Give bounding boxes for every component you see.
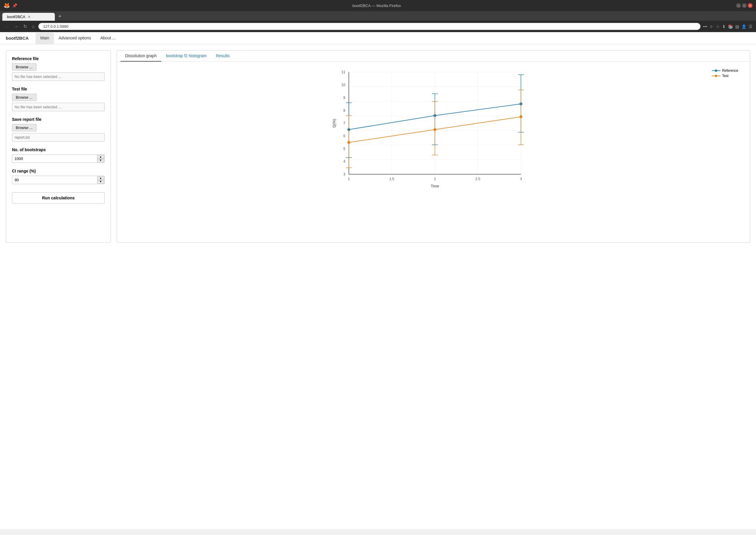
svg-point-58 (520, 115, 522, 118)
reference-file-input[interactable] (12, 72, 105, 81)
svg-text:6: 6 (343, 134, 345, 138)
menu-icon[interactable]: ☰ (749, 24, 752, 29)
download-icon[interactable]: ⬇ (722, 24, 726, 29)
library-icon[interactable]: 📚 (728, 24, 733, 29)
svg-text:9: 9 (343, 96, 345, 100)
svg-text:2: 2 (434, 177, 436, 181)
bootstraps-up-button[interactable]: ▲ (97, 155, 104, 159)
nav-icons: ••• 🜙 ☆ ⬇ 📚 ▤ 👤 ☰ (703, 24, 752, 29)
svg-text:4: 4 (343, 159, 345, 163)
test-file-input[interactable] (12, 103, 105, 111)
test-browse-button[interactable]: Browse ... (12, 94, 37, 101)
bookmark-icon[interactable]: ☆ (716, 24, 720, 29)
legend-reference: Reference (712, 69, 738, 73)
svg-text:10: 10 (341, 83, 346, 87)
panel-tabs: Dissolution graph bootstrap f2 histogram… (117, 50, 750, 62)
tab-bar: bootf2BCA ✕ + (0, 11, 756, 21)
nav-item-advanced[interactable]: Advanced options (54, 33, 96, 44)
app-content: bootf2BCA Main Advanced options About ..… (0, 32, 756, 529)
svg-text:5: 5 (343, 147, 345, 151)
tab-bootstrap-histogram[interactable]: bootstrap f2 histogram (161, 50, 211, 62)
bootstraps-input-wrap: ▲ ▼ (12, 155, 105, 163)
nav-item-about[interactable]: About ... (96, 33, 120, 44)
title-bar: 🦊 📌 bootf2BCA — Mozilla Firefox — □ ✕ (0, 0, 756, 11)
svg-text:1: 1 (348, 177, 350, 181)
save-report-input[interactable] (12, 133, 105, 142)
bootstraps-section: No. of bootstraps ▲ ▼ (12, 147, 105, 163)
ci-range-up-button[interactable]: ▲ (97, 176, 104, 180)
bootstraps-down-button[interactable]: ▼ (97, 159, 104, 162)
more-icon[interactable]: ••• (703, 24, 707, 29)
right-panel: Dissolution graph bootstrap f2 histogram… (117, 50, 750, 243)
ci-range-input-wrap: ▲ ▼ (12, 176, 105, 184)
minimize-button[interactable]: — (736, 3, 741, 8)
account-icon[interactable]: 👤 (742, 24, 746, 29)
bootstraps-spinners: ▲ ▼ (97, 155, 104, 162)
tab-results[interactable]: Results (211, 50, 234, 62)
save-report-browse-button[interactable]: Browse ... (12, 124, 37, 131)
legend-test-label: Test (722, 74, 729, 78)
svg-text:1.5: 1.5 (390, 177, 394, 181)
close-button[interactable]: ✕ (748, 3, 752, 8)
svg-text:11: 11 (341, 70, 346, 74)
app-nav: bootf2BCA Main Advanced options About ..… (0, 32, 756, 44)
legend-reference-label: Reference (722, 69, 738, 73)
legend-test: Test (712, 74, 738, 78)
reader-icon[interactable]: ▤ (735, 24, 739, 29)
tab-close-icon[interactable]: ✕ (28, 15, 31, 19)
svg-text:Q(%): Q(%) (332, 119, 336, 127)
ci-range-down-button[interactable]: ▼ (97, 180, 104, 184)
left-panel: Reference file Browse ... Test file Brow… (6, 50, 111, 243)
ci-range-label: CI range (%) (12, 169, 105, 173)
svg-text:3: 3 (520, 177, 522, 181)
save-report-label: Save report file (12, 117, 105, 122)
firefox-icon: 🦊 (4, 2, 10, 9)
reference-file-label: Reference file (12, 56, 105, 61)
test-file-label: Test file (12, 87, 105, 91)
pin-icon: 📌 (12, 3, 17, 8)
forward-button[interactable]: → (13, 23, 20, 30)
main-layout: Reference file Browse ... Test file Brow… (0, 44, 756, 249)
svg-point-56 (347, 141, 350, 144)
ci-range-spinners: ▲ ▼ (97, 176, 104, 183)
reference-file-section: Reference file Browse ... (12, 56, 105, 81)
svg-point-3 (715, 75, 717, 77)
nav-item-main[interactable]: Main (36, 33, 54, 44)
home-button[interactable]: ⌂ (31, 23, 36, 30)
svg-text:3: 3 (343, 172, 345, 176)
window-title: bootf2BCA — Mozilla Firefox (17, 4, 736, 8)
address-bar: ← → ↻ ⌂ ••• 🜙 ☆ ⬇ 📚 ▤ 👤 ☰ (0, 21, 756, 32)
new-tab-button[interactable]: + (56, 12, 64, 21)
svg-text:7: 7 (343, 121, 345, 125)
svg-point-57 (433, 128, 436, 131)
svg-text:2.5: 2.5 (475, 177, 480, 181)
address-input[interactable] (38, 23, 701, 30)
test-file-section: Test file Browse ... (12, 87, 105, 111)
bootstraps-input[interactable] (12, 155, 105, 163)
ci-range-section: CI range (%) ▲ ▼ (12, 169, 105, 184)
reload-button[interactable]: ↻ (22, 22, 28, 30)
bootstraps-label: No. of bootstraps (12, 147, 105, 152)
back-button[interactable]: ← (4, 23, 11, 30)
reference-browse-button[interactable]: Browse ... (12, 63, 37, 70)
app-brand: bootf2BCA (6, 32, 29, 44)
chart-area: Reference Test (117, 62, 750, 242)
browser-tab[interactable]: bootf2BCA ✕ (2, 13, 55, 21)
svg-text:Time: Time (431, 184, 439, 188)
ci-range-input[interactable] (12, 176, 105, 184)
chart-legend: Reference Test (712, 69, 738, 79)
svg-point-1 (715, 70, 717, 72)
browser-chrome: 🦊 📌 bootf2BCA — Mozilla Firefox — □ ✕ bo… (0, 0, 756, 32)
tab-label: bootf2BCA (7, 14, 25, 19)
run-calculations-button[interactable]: Run calculations (12, 192, 105, 204)
tab-dissolution-graph[interactable]: Dissolution graph (121, 50, 161, 62)
pocket-icon[interactable]: 🜙 (710, 24, 714, 29)
dissolution-chart: 3 4 5 6 7 8 9 10 11 1 1.5 2 2.5 3 (122, 66, 745, 189)
svg-text:8: 8 (343, 109, 345, 113)
window-controls: — □ ✕ (736, 3, 752, 8)
save-report-section: Save report file Browse ... (12, 117, 105, 142)
title-bar-left: 🦊 📌 (4, 2, 17, 9)
maximize-button[interactable]: □ (742, 3, 747, 8)
